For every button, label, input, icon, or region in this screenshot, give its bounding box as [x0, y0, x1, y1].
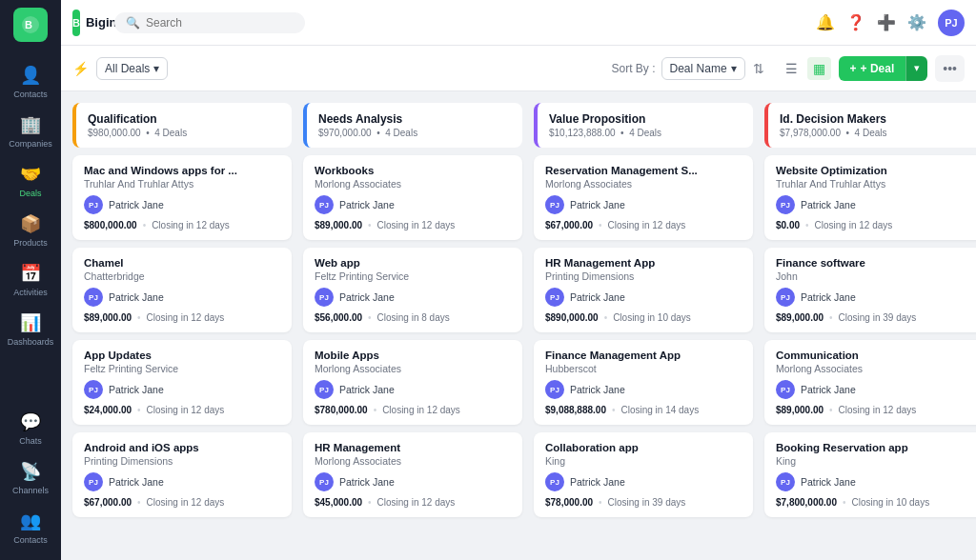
products-label: Products — [13, 238, 48, 248]
deal-owner: PJ Patrick Jane — [84, 195, 280, 214]
deals-icon: 🤝 — [20, 164, 41, 185]
sort-dropdown[interactable]: Deal Name ▾ — [661, 57, 745, 80]
deal-owner: PJ Patrick Jane — [84, 472, 280, 491]
deal-footer: $0.00 • Closing in 12 days — [776, 220, 972, 230]
deal-company: Printing Dimensions — [84, 455, 280, 467]
main-content: B Bigin 🔍 🔔 ❓ ➕ ⚙️ PJ ⚡ All Deals ▾ Sort… — [61, 0, 976, 560]
owner-name: Patrick Jane — [801, 384, 856, 395]
deal-card[interactable]: App Updates Feltz Printing Service PJ Pa… — [72, 340, 292, 425]
deal-card[interactable]: Web app Feltz Printing Service PJ Patric… — [303, 248, 522, 332]
deal-card[interactable]: Mobile Apps Morlong Associates PJ Patric… — [303, 340, 522, 425]
deal-card[interactable]: Reservation Management S... Morlong Asso… — [534, 155, 753, 240]
search-box[interactable]: 🔍 — [114, 12, 305, 33]
owner-name: Patrick Jane — [570, 384, 625, 395]
deal-company: King — [545, 455, 742, 467]
deal-owner: PJ Patrick Jane — [315, 288, 511, 307]
add-deal-button[interactable]: + + Deal — [839, 56, 906, 81]
kanban-view-button[interactable]: ▦ — [807, 57, 831, 80]
sidebar-bottom: 💬 Chats 📡 Channels 👥 Contacts — [12, 404, 49, 552]
deal-card[interactable]: Chamel Chatterbridge PJ Patrick Jane $89… — [72, 248, 292, 332]
sidebar-item-activities[interactable]: 📅 Activities — [8, 255, 54, 305]
column-header-needs-analysis: Needs Analysis $970,000.00 • 4 Deals — [303, 103, 522, 148]
deal-card[interactable]: Collaboration app King PJ Patrick Jane $… — [534, 432, 753, 517]
column-value-proposition: Value Proposition $10,123,888.00 • 4 Dea… — [534, 103, 753, 549]
sidebar-item-products[interactable]: 📦 Products — [8, 206, 54, 255]
settings-icon[interactable]: ⚙️ — [907, 13, 926, 31]
sidebar-item-dashboards[interactable]: 📊 Dashboards — [8, 305, 54, 354]
more-options-button[interactable]: ••• — [935, 55, 965, 82]
deal-title: Web app — [315, 257, 511, 269]
owner-avatar: PJ — [545, 195, 564, 214]
owner-name: Patrick Jane — [801, 199, 856, 210]
deal-amount: $89,000.00 — [315, 220, 362, 230]
owner-name: Patrick Jane — [109, 291, 164, 303]
deal-card[interactable]: Mac and Windows apps for ... Truhlar And… — [72, 155, 292, 240]
deal-card[interactable]: Communication Morlong Associates PJ Patr… — [764, 340, 976, 425]
list-view-button[interactable]: ☰ — [780, 57, 803, 80]
deal-title: Collaboration app — [545, 442, 742, 453]
owner-avatar: PJ — [776, 472, 795, 491]
sidebar-item-contacts-bottom[interactable]: 👥 Contacts — [12, 503, 49, 552]
deal-closing: Closing in 12 days — [839, 405, 917, 415]
deals-dropdown[interactable]: All Deals ▾ — [96, 57, 168, 80]
topbar-icons: 🔔 ❓ ➕ ⚙️ PJ — [816, 10, 965, 36]
sidebar-item-contacts[interactable]: 👤 Contacts — [8, 57, 54, 107]
toolbar: ⚡ All Deals ▾ Sort By : Deal Name ▾ ⇅ ☰ … — [61, 46, 976, 91]
deal-card[interactable]: Finance software John PJ Patrick Jane $8… — [764, 248, 976, 332]
sort-order-icon[interactable]: ⇅ — [753, 61, 764, 76]
deal-closing: Closing in 12 days — [377, 220, 456, 230]
sidebar-item-deals[interactable]: 🤝 Deals — [8, 156, 54, 206]
contacts-icon: 👤 — [20, 65, 41, 86]
owner-avatar: PJ — [545, 472, 564, 491]
deal-separator: • — [137, 312, 141, 323]
deal-title: Booking Reservation app — [776, 442, 972, 453]
deal-title: HR Management — [315, 442, 511, 453]
deal-title: Chamel — [84, 257, 280, 269]
sidebar-item-channels[interactable]: 📡 Channels — [12, 453, 49, 503]
dropdown-chevron: ▾ — [153, 62, 159, 75]
deal-card[interactable]: Website Optimization Truhlar And Truhlar… — [764, 155, 976, 240]
deal-title: Android and iOS apps — [84, 442, 280, 453]
deal-amount: $67,000.00 — [84, 497, 132, 508]
app-logo: B — [13, 8, 48, 42]
filter-icon[interactable]: ⚡ — [72, 61, 89, 76]
companies-label: Companies — [9, 139, 52, 149]
deal-card[interactable]: HR Management Morlong Associates PJ Patr… — [303, 432, 522, 517]
deal-closing: Closing in 12 days — [377, 497, 456, 508]
deal-card[interactable]: Android and iOS apps Printing Dimensions… — [72, 432, 292, 517]
deal-owner: PJ Patrick Jane — [545, 288, 742, 307]
deal-footer: $56,000.00 • Closing in 8 days — [315, 312, 511, 323]
column-meta-value-proposition: $10,123,888.00 • 4 Deals — [549, 128, 742, 138]
sidebar-item-companies[interactable]: 🏢 Companies — [8, 107, 54, 156]
owner-avatar: PJ — [545, 288, 564, 307]
column-title-decision-makers: Id. Decision Makers — [780, 112, 972, 126]
owner-name: Patrick Jane — [570, 291, 625, 303]
deal-separator: • — [137, 497, 141, 508]
deal-card[interactable]: Finance Management App Hubberscot PJ Pat… — [534, 340, 753, 425]
deals-label: Deals — [19, 189, 41, 198]
deal-card[interactable]: Workbooks Morlong Associates PJ Patrick … — [303, 155, 522, 240]
deal-amount: $89,000.00 — [84, 312, 132, 323]
deal-card[interactable]: HR Management App Printing Dimensions PJ… — [534, 248, 753, 332]
help-icon[interactable]: ❓ — [846, 13, 865, 31]
deal-card[interactable]: Booking Reservation app King PJ Patrick … — [764, 432, 976, 517]
deal-separator: • — [137, 405, 141, 415]
deal-closing: Closing in 12 days — [147, 312, 225, 323]
search-input[interactable] — [146, 16, 289, 30]
owner-avatar: PJ — [776, 288, 795, 307]
add-deal-dropdown-button[interactable]: ▾ — [905, 56, 927, 81]
deal-owner: PJ Patrick Jane — [776, 288, 972, 307]
deal-closing: Closing in 12 days — [152, 220, 230, 230]
owner-name: Patrick Jane — [109, 476, 164, 488]
owner-avatar: PJ — [84, 380, 103, 399]
search-icon: 🔍 — [126, 16, 140, 30]
deal-closing: Closing in 12 days — [147, 497, 225, 508]
deal-company: Morlong Associates — [776, 363, 972, 374]
deal-footer: $89,000.00 • Closing in 12 days — [315, 220, 511, 230]
owner-name: Patrick Jane — [339, 476, 395, 488]
bell-icon[interactable]: 🔔 — [816, 13, 835, 31]
plus-icon[interactable]: ➕ — [877, 13, 896, 31]
add-deal-label: + Deal — [861, 62, 895, 75]
sidebar-item-chats[interactable]: 💬 Chats — [12, 404, 49, 453]
user-avatar[interactable]: PJ — [938, 10, 965, 36]
